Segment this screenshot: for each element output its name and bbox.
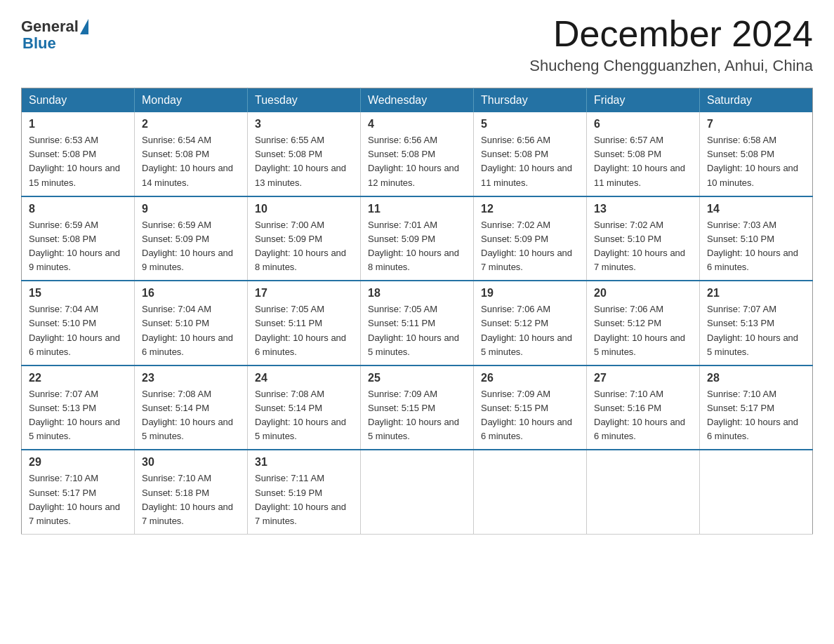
day-info: Sunrise: 6:56 AMSunset: 5:08 PMDaylight:… xyxy=(368,133,466,190)
day-number: 5 xyxy=(481,118,579,130)
day-number: 10 xyxy=(255,203,353,215)
day-number: 12 xyxy=(481,203,579,215)
day-info: Sunrise: 7:10 AMSunset: 5:16 PMDaylight:… xyxy=(594,387,692,444)
day-number: 26 xyxy=(481,372,579,384)
day-number: 28 xyxy=(707,372,805,384)
calendar-week-row: 1 Sunrise: 6:53 AMSunset: 5:08 PMDayligh… xyxy=(22,112,813,196)
calendar-cell: 17 Sunrise: 7:05 AMSunset: 5:11 PMDaylig… xyxy=(248,281,361,365)
day-number: 23 xyxy=(142,372,240,384)
day-number: 11 xyxy=(368,203,466,215)
calendar-header-friday: Friday xyxy=(587,88,700,113)
calendar-cell: 23 Sunrise: 7:08 AMSunset: 5:14 PMDaylig… xyxy=(135,365,248,450)
logo: General Blue xyxy=(21,14,90,53)
calendar-header-tuesday: Tuesday xyxy=(248,88,361,113)
day-info: Sunrise: 7:10 AMSunset: 5:18 PMDaylight:… xyxy=(142,471,240,528)
calendar-cell: 5 Sunrise: 6:56 AMSunset: 5:08 PMDayligh… xyxy=(474,112,587,196)
day-number: 27 xyxy=(594,372,692,384)
calendar-header-saturday: Saturday xyxy=(700,88,813,113)
day-info: Sunrise: 7:06 AMSunset: 5:12 PMDaylight:… xyxy=(481,302,579,359)
day-number: 31 xyxy=(255,456,353,469)
day-info: Sunrise: 7:05 AMSunset: 5:11 PMDaylight:… xyxy=(255,302,353,359)
day-info: Sunrise: 7:01 AMSunset: 5:09 PMDaylight:… xyxy=(368,218,466,275)
calendar-cell: 1 Sunrise: 6:53 AMSunset: 5:08 PMDayligh… xyxy=(22,112,135,196)
day-info: Sunrise: 7:08 AMSunset: 5:14 PMDaylight:… xyxy=(142,387,240,444)
day-info: Sunrise: 6:59 AMSunset: 5:08 PMDaylight:… xyxy=(29,218,127,275)
calendar-cell: 31 Sunrise: 7:11 AMSunset: 5:19 PMDaylig… xyxy=(248,450,361,534)
day-info: Sunrise: 7:00 AMSunset: 5:09 PMDaylight:… xyxy=(255,218,353,275)
day-info: Sunrise: 7:08 AMSunset: 5:14 PMDaylight:… xyxy=(255,387,353,444)
day-number: 15 xyxy=(29,287,127,300)
calendar-cell: 25 Sunrise: 7:09 AMSunset: 5:15 PMDaylig… xyxy=(361,365,474,450)
calendar-cell: 15 Sunrise: 7:04 AMSunset: 5:10 PMDaylig… xyxy=(22,281,135,365)
day-number: 17 xyxy=(255,287,353,300)
title-section: December 2024 Shucheng Chengguanzhen, An… xyxy=(529,14,813,75)
calendar-week-row: 8 Sunrise: 6:59 AMSunset: 5:08 PMDayligh… xyxy=(22,196,813,281)
calendar-cell: 6 Sunrise: 6:57 AMSunset: 5:08 PMDayligh… xyxy=(587,112,700,196)
calendar-cell: 9 Sunrise: 6:59 AMSunset: 5:09 PMDayligh… xyxy=(135,196,248,281)
day-info: Sunrise: 7:03 AMSunset: 5:10 PMDaylight:… xyxy=(707,218,805,275)
calendar-cell: 7 Sunrise: 6:58 AMSunset: 5:08 PMDayligh… xyxy=(700,112,813,196)
day-info: Sunrise: 6:54 AMSunset: 5:08 PMDaylight:… xyxy=(142,133,240,190)
calendar-cell: 2 Sunrise: 6:54 AMSunset: 5:08 PMDayligh… xyxy=(135,112,248,196)
logo-triangle-icon xyxy=(80,19,88,34)
calendar-cell: 28 Sunrise: 7:10 AMSunset: 5:17 PMDaylig… xyxy=(700,365,813,450)
calendar-cell xyxy=(587,450,700,534)
calendar-week-row: 22 Sunrise: 7:07 AMSunset: 5:13 PMDaylig… xyxy=(22,365,813,450)
day-info: Sunrise: 6:58 AMSunset: 5:08 PMDaylight:… xyxy=(707,133,805,190)
day-number: 22 xyxy=(29,372,127,384)
day-info: Sunrise: 7:04 AMSunset: 5:10 PMDaylight:… xyxy=(142,302,240,359)
calendar-header-monday: Monday xyxy=(135,88,248,113)
calendar-header-thursday: Thursday xyxy=(474,88,587,113)
day-number: 7 xyxy=(707,118,805,130)
day-info: Sunrise: 6:55 AMSunset: 5:08 PMDaylight:… xyxy=(255,133,353,190)
calendar-cell xyxy=(361,450,474,534)
day-info: Sunrise: 7:10 AMSunset: 5:17 PMDaylight:… xyxy=(707,387,805,444)
day-number: 9 xyxy=(142,203,240,215)
day-info: Sunrise: 6:53 AMSunset: 5:08 PMDaylight:… xyxy=(29,133,127,190)
day-number: 30 xyxy=(142,456,240,469)
day-info: Sunrise: 7:10 AMSunset: 5:17 PMDaylight:… xyxy=(29,471,127,528)
calendar-cell xyxy=(700,450,813,534)
calendar-cell xyxy=(474,450,587,534)
day-number: 6 xyxy=(594,118,692,130)
calendar-week-row: 15 Sunrise: 7:04 AMSunset: 5:10 PMDaylig… xyxy=(22,281,813,365)
day-info: Sunrise: 6:56 AMSunset: 5:08 PMDaylight:… xyxy=(481,133,579,190)
calendar-cell: 14 Sunrise: 7:03 AMSunset: 5:10 PMDaylig… xyxy=(700,196,813,281)
calendar-cell: 13 Sunrise: 7:02 AMSunset: 5:10 PMDaylig… xyxy=(587,196,700,281)
calendar-cell: 16 Sunrise: 7:04 AMSunset: 5:10 PMDaylig… xyxy=(135,281,248,365)
calendar-header-row: SundayMondayTuesdayWednesdayThursdayFrid… xyxy=(22,88,813,113)
day-info: Sunrise: 6:57 AMSunset: 5:08 PMDaylight:… xyxy=(594,133,692,190)
day-number: 13 xyxy=(594,203,692,215)
calendar-cell: 22 Sunrise: 7:07 AMSunset: 5:13 PMDaylig… xyxy=(22,365,135,450)
calendar-header-sunday: Sunday xyxy=(22,88,135,113)
calendar-cell: 20 Sunrise: 7:06 AMSunset: 5:12 PMDaylig… xyxy=(587,281,700,365)
day-info: Sunrise: 7:02 AMSunset: 5:09 PMDaylight:… xyxy=(481,218,579,275)
day-number: 14 xyxy=(707,203,805,215)
calendar-cell: 11 Sunrise: 7:01 AMSunset: 5:09 PMDaylig… xyxy=(361,196,474,281)
day-number: 3 xyxy=(255,118,353,130)
day-info: Sunrise: 7:04 AMSunset: 5:10 PMDaylight:… xyxy=(29,302,127,359)
day-number: 4 xyxy=(368,118,466,130)
calendar-cell: 24 Sunrise: 7:08 AMSunset: 5:14 PMDaylig… xyxy=(248,365,361,450)
calendar-cell: 26 Sunrise: 7:09 AMSunset: 5:15 PMDaylig… xyxy=(474,365,587,450)
calendar-table: SundayMondayTuesdayWednesdayThursdayFrid… xyxy=(21,88,813,535)
calendar-cell: 21 Sunrise: 7:07 AMSunset: 5:13 PMDaylig… xyxy=(700,281,813,365)
day-number: 1 xyxy=(29,118,127,130)
calendar-cell: 18 Sunrise: 7:05 AMSunset: 5:11 PMDaylig… xyxy=(361,281,474,365)
day-info: Sunrise: 7:07 AMSunset: 5:13 PMDaylight:… xyxy=(29,387,127,444)
day-info: Sunrise: 7:02 AMSunset: 5:10 PMDaylight:… xyxy=(594,218,692,275)
page-header: General Blue December 2024 Shucheng Chen… xyxy=(21,14,813,75)
calendar-cell: 10 Sunrise: 7:00 AMSunset: 5:09 PMDaylig… xyxy=(248,196,361,281)
calendar-header-wednesday: Wednesday xyxy=(361,88,474,113)
location-subtitle: Shucheng Chengguanzhen, Anhui, China xyxy=(529,57,813,75)
day-info: Sunrise: 7:09 AMSunset: 5:15 PMDaylight:… xyxy=(481,387,579,444)
day-number: 25 xyxy=(368,372,466,384)
day-number: 24 xyxy=(255,372,353,384)
day-info: Sunrise: 7:07 AMSunset: 5:13 PMDaylight:… xyxy=(707,302,805,359)
calendar-cell: 12 Sunrise: 7:02 AMSunset: 5:09 PMDaylig… xyxy=(474,196,587,281)
day-number: 20 xyxy=(594,287,692,300)
calendar-cell: 3 Sunrise: 6:55 AMSunset: 5:08 PMDayligh… xyxy=(248,112,361,196)
day-info: Sunrise: 6:59 AMSunset: 5:09 PMDaylight:… xyxy=(142,218,240,275)
day-number: 19 xyxy=(481,287,579,300)
calendar-cell: 4 Sunrise: 6:56 AMSunset: 5:08 PMDayligh… xyxy=(361,112,474,196)
